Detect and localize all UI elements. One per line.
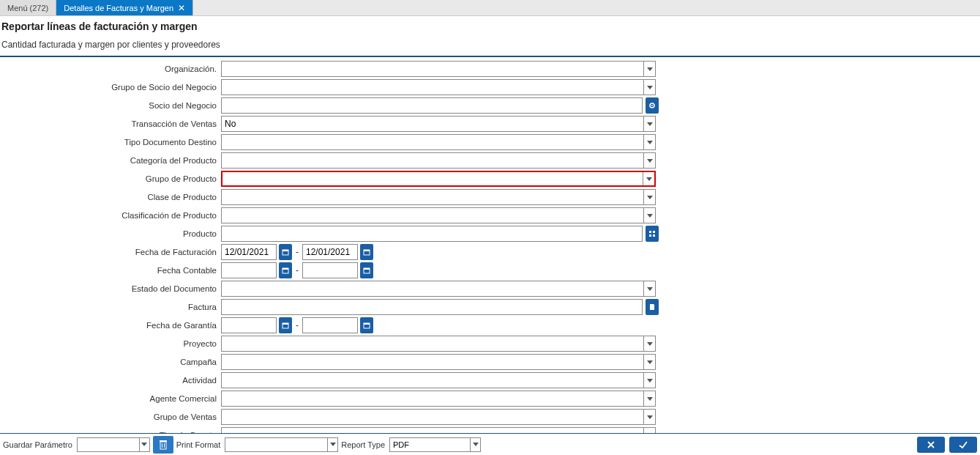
tab-active-label: Detalles de Facturas y Margen xyxy=(64,4,173,12)
tab-menu[interactable]: Menú (272) xyxy=(0,0,56,15)
page-subtitle: Cantidad facturada y margen por clientes… xyxy=(1,40,979,50)
tab-menu-label: Menú (272) xyxy=(7,4,48,12)
close-icon[interactable]: ✕ xyxy=(178,3,185,13)
header: Reportar líneas de facturación y margen … xyxy=(0,16,980,57)
tabs-bar: Menú (272) Detalles de Facturas y Margen… xyxy=(0,0,980,16)
page-title: Reportar líneas de facturación y margen xyxy=(1,21,979,32)
tab-detalles-facturas[interactable]: Detalles de Facturas y Margen ✕ xyxy=(56,0,193,15)
